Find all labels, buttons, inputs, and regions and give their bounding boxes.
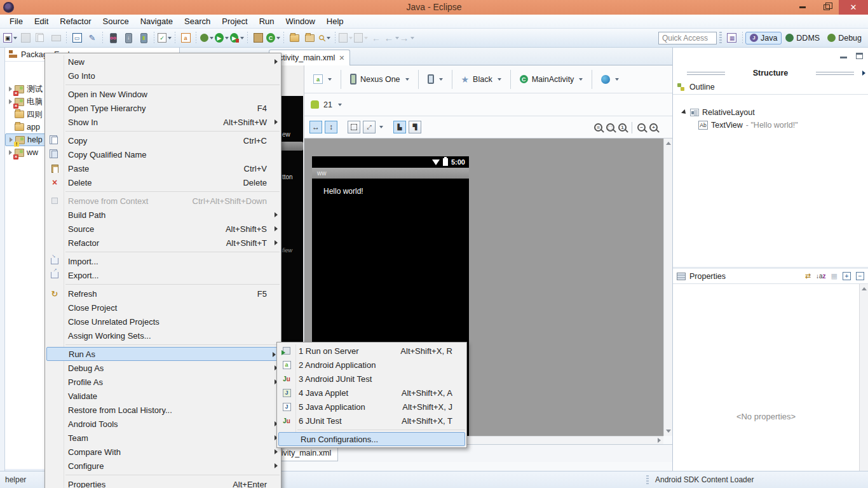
zoom-fit-icon[interactable]: ⬚ — [606, 123, 614, 132]
menu-edit[interactable]: Edit — [29, 15, 54, 27]
submenu-item-junit-test[interactable]: Ju6 JUnit TestAlt+Shift+X, T — [277, 414, 466, 428]
menu-navigate[interactable]: Navigate — [135, 15, 179, 27]
print-icon[interactable] — [49, 31, 63, 45]
tab-close-icon[interactable]: ✕ — [339, 54, 344, 62]
menu-item-open-in-new-window[interactable]: Open in New Window — [45, 87, 281, 101]
menu-item-refactor[interactable]: RefactorAlt+Shift+T — [45, 236, 281, 250]
new-class-icon[interactable]: C — [266, 31, 280, 45]
menu-search[interactable]: Search — [179, 15, 216, 27]
close-button[interactable]: ✕ — [839, 0, 868, 15]
menu-item-debug-as[interactable]: Debug As — [45, 361, 281, 375]
show-margins-toggle[interactable] — [348, 121, 360, 133]
save-icon[interactable] — [18, 31, 32, 45]
menu-item-import[interactable]: Import... — [45, 254, 281, 268]
menu-item-properties[interactable]: PropertiesAlt+Enter — [45, 477, 281, 488]
forward-icon[interactable]: → — [400, 31, 414, 45]
menu-window[interactable]: Window — [280, 15, 321, 27]
api-level-selector[interactable]: 21 — [323, 100, 332, 109]
expand-arrow-icon[interactable] — [9, 150, 12, 155]
last-edit-location-icon[interactable]: ← — [369, 31, 383, 45]
open-console-icon[interactable]: ▭ — [70, 31, 84, 45]
ddms-icon[interactable]: oo — [106, 31, 120, 45]
submenu-item-java-applet[interactable]: J4 Java AppletAlt+Shift+X, A — [277, 386, 466, 400]
menu-item-new[interactable]: New — [45, 55, 281, 69]
menu-file[interactable]: File — [4, 15, 29, 27]
collapse-all-icon[interactable]: − — [856, 272, 864, 280]
restore-default-icon[interactable]: ▦ — [831, 272, 837, 280]
menu-item-team[interactable]: Team — [45, 431, 281, 445]
new-java-project-icon[interactable] — [251, 31, 265, 45]
menu-item-assign-working-sets[interactable]: Assign Working Sets... — [45, 329, 281, 342]
menu-item-open-type-hierarchy[interactable]: Open Type HierarchyF4 — [45, 101, 281, 115]
view-menu-arrow-icon[interactable] — [862, 71, 865, 76]
expand-to-fit-toggle[interactable]: ⤢ — [363, 121, 376, 133]
new-wizard-icon[interactable]: ▣ — [3, 31, 17, 45]
menu-item-android-tools[interactable]: Android Tools — [45, 417, 281, 431]
menu-item-build-path[interactable]: Build Path — [45, 208, 281, 222]
perspective-debug[interactable]: Debug — [824, 32, 865, 44]
zoom-out-icon[interactable]: − — [637, 123, 646, 132]
hello-world-textview[interactable]: Hello world! — [323, 187, 363, 196]
menu-source[interactable]: Source — [97, 15, 135, 27]
submenu-item-android-junit-test[interactable]: Ju3 Android JUnit Test — [277, 372, 466, 386]
menu-item-compare-with[interactable]: Compare With — [45, 445, 281, 459]
run-icon[interactable]: ▶ — [215, 31, 229, 45]
restore-button[interactable] — [815, 0, 839, 15]
submenu-item-run-configurations[interactable]: Run Configurations... — [278, 432, 465, 446]
menu-refactor[interactable]: Refactor — [54, 15, 97, 27]
open-perspective-icon[interactable]: ▦ — [725, 31, 739, 45]
mark-occurrences-icon[interactable]: ✎ — [85, 31, 99, 45]
menu-help[interactable]: Help — [321, 15, 349, 27]
outline-node-relativelayout[interactable]: RelativeLayout — [673, 106, 868, 119]
theme-selector[interactable]: ★ Black — [458, 74, 505, 85]
menu-item-restore-from-local-history[interactable]: Restore from Local History... — [45, 403, 281, 417]
expand-arrow-icon[interactable] — [10, 137, 13, 142]
perspective-ddms[interactable]: DDMS — [782, 32, 824, 44]
previous-annotation-icon[interactable] — [354, 31, 368, 45]
outline-node-textview[interactable]: Ab TextView - "Hello world!" — [673, 119, 868, 132]
sort-alphabetically-icon[interactable]: ↓az — [816, 273, 826, 280]
avd-manager-icon[interactable]: ▮ — [137, 31, 151, 45]
perspective-java[interactable]: J Java — [745, 32, 782, 44]
search-icon[interactable]: ⚲ — [318, 31, 332, 45]
menu-item-delete[interactable]: ×DeleteDelete — [45, 175, 281, 189]
menu-item-source[interactable]: SourceAlt+Shift+S — [45, 222, 281, 236]
orientation-selector[interactable] — [424, 74, 447, 84]
structure-stack-header[interactable]: Structure — [673, 67, 868, 79]
debug-icon[interactable] — [200, 31, 214, 45]
submenu-item-run-on-server[interactable]: 1 Run on ServerAlt+Shift+X, R — [277, 344, 466, 358]
minimize-button[interactable] — [790, 0, 815, 15]
zoom-100-icon[interactable]: 1 — [618, 123, 627, 132]
menu-item-copy-qualified-name[interactable]: Copy Qualified Name — [45, 147, 281, 161]
menu-item-refresh[interactable]: ↻RefreshF5 — [45, 287, 281, 301]
device-selector[interactable]: Nexus One — [346, 74, 413, 85]
menu-item-show-in[interactable]: Show InAlt+Shift+W — [45, 115, 281, 129]
menu-item-go-into[interactable]: Go Into — [45, 69, 281, 83]
menu-item-validate[interactable]: Validate — [45, 389, 281, 403]
menu-item-copy[interactable]: CopyCtrl+C — [45, 133, 281, 147]
properties-scrollbar[interactable] — [859, 284, 868, 471]
save-all-icon[interactable] — [34, 31, 48, 45]
expand-arrow-icon[interactable] — [9, 86, 12, 92]
menu-item-profile-as[interactable]: Profile As — [45, 375, 281, 389]
maximize-view-icon[interactable] — [856, 53, 863, 59]
menu-item-run-as[interactable]: Run As — [46, 347, 280, 361]
open-resource-icon[interactable] — [302, 31, 316, 45]
menu-item-close-project[interactable]: Close Project — [45, 301, 281, 315]
new-xml-file-icon[interactable]: a — [179, 31, 193, 45]
fill-width-toggle[interactable]: ↔ — [309, 121, 322, 133]
quick-access-input[interactable] — [658, 32, 717, 44]
canvas-option-dropdown[interactable] — [379, 126, 383, 128]
menu-item-paste[interactable]: PasteCtrl+V — [45, 161, 281, 175]
menu-item-export[interactable]: Export... — [45, 268, 281, 282]
menu-item-configure[interactable]: Configure — [45, 459, 281, 473]
submenu-item-android-application[interactable]: a2 Android Application — [277, 358, 466, 372]
fill-height-toggle[interactable]: ↕ — [325, 121, 337, 133]
config-selector[interactable]: a — [309, 74, 336, 84]
expanded-arrow-icon[interactable] — [681, 109, 688, 116]
run-last-icon[interactable]: ▶ — [230, 31, 244, 45]
open-type-icon[interactable] — [287, 31, 301, 45]
menu-project[interactable]: Project — [216, 15, 253, 27]
back-icon[interactable]: ← — [384, 31, 398, 45]
outline-overlay-toggle[interactable]: ▙ — [393, 121, 406, 133]
